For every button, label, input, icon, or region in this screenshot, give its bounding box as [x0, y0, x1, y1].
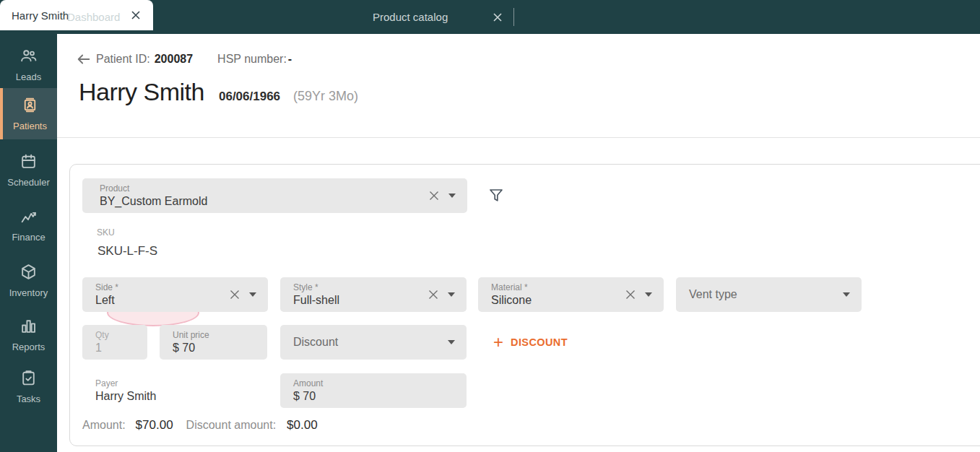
style-select[interactable]: Style * Full-shell	[280, 277, 467, 312]
calendar-icon	[19, 152, 38, 173]
tab-dashboard[interactable]: Dashboard	[57, 0, 209, 34]
sidebar-item-inventory[interactable]: Inventory	[0, 257, 57, 303]
vent-type-placeholder: Vent type	[689, 288, 843, 301]
patient-dob: 06/06/1966	[219, 90, 280, 104]
patient-header: Harry Smith 06/06/1966 (59Yr 3Mo)	[79, 78, 358, 106]
filter-funnel-icon[interactable]	[488, 187, 504, 204]
sidebar-item-label: Leads	[16, 71, 41, 82]
clear-icon[interactable]	[428, 289, 439, 300]
qty-label: Qty	[95, 330, 136, 341]
sidebar-item-finance[interactable]: Finance	[0, 201, 57, 248]
amount-value: $ 70	[293, 389, 455, 404]
sidebar-item-label: Tasks	[17, 394, 40, 404]
patient-age: (59Yr 3Mo)	[293, 89, 358, 104]
sidebar-item-scheduler[interactable]: Scheduler	[0, 147, 57, 193]
reports-bars-icon	[19, 317, 38, 338]
qty-value: 1	[95, 341, 136, 355]
clear-icon[interactable]	[428, 190, 440, 201]
patient-name: Harry Smith	[79, 78, 204, 106]
payer-label: Payer	[95, 378, 257, 389]
discount-select[interactable]: Discount	[280, 325, 467, 360]
header-divider	[57, 137, 980, 138]
side-select[interactable]: Side * Left	[82, 277, 268, 312]
sidebar-item-label: Inventory	[9, 287, 48, 298]
hsp-number-label: HSP number:	[217, 53, 287, 66]
qty-field: Qty 1	[82, 325, 147, 360]
chevron-down-icon[interactable]	[249, 292, 256, 297]
sku-label: SKU	[97, 227, 157, 238]
tab-product-catalog[interactable]: Product catalog	[363, 0, 513, 34]
hsp-number-value: -	[288, 53, 292, 66]
close-icon[interactable]	[492, 12, 503, 23]
sku-field: SKU SKU-L-F-S	[97, 227, 157, 258]
side-label: Side *	[95, 282, 229, 293]
product-value: BY_Custom Earmold	[100, 194, 428, 209]
sidebar-item-patients[interactable]: Patients	[0, 88, 57, 139]
clear-icon[interactable]	[229, 289, 240, 300]
payer-value: Harry Smith	[95, 389, 257, 404]
totals-row: Amount: $70.00 Discount amount: $0.00	[82, 418, 318, 433]
inventory-cube-icon	[19, 263, 38, 284]
style-value: Full-shell	[293, 293, 428, 308]
sidebar-item-reports[interactable]: Reports	[0, 311, 57, 357]
sidebar-item-label: Scheduler	[7, 177, 50, 188]
style-label: Style *	[293, 282, 428, 293]
unit-price-label: Unit price	[173, 330, 256, 341]
chevron-down-icon[interactable]	[448, 194, 456, 198]
chevron-down-icon[interactable]	[645, 292, 652, 297]
patient-meta: Patient ID: 200087 HSP number: -	[96, 53, 292, 66]
vent-type-select[interactable]: Vent type	[676, 277, 862, 312]
amount-label: Amount	[293, 378, 455, 389]
material-label: Material *	[491, 282, 625, 293]
side-value: Left	[95, 293, 229, 308]
tab-dashboard-label: Dashboard	[67, 11, 120, 23]
finance-chart-icon	[19, 207, 38, 228]
sku-value: SKU-L-F-S	[97, 244, 157, 258]
chevron-down-icon[interactable]	[448, 292, 455, 297]
leads-people-icon	[19, 47, 38, 68]
total-discount-value: $0.00	[287, 418, 318, 433]
sidebar-item-leads[interactable]: Leads	[0, 41, 57, 87]
product-select[interactable]: Product BY_Custom Earmold	[82, 178, 467, 213]
tab-separator	[513, 8, 514, 26]
tab-product-catalog-label: Product catalog	[373, 11, 448, 23]
patient-id-value: 200087	[155, 53, 193, 66]
add-discount-button[interactable]: + DISCOUNT	[493, 334, 568, 351]
back-arrow-icon[interactable]	[76, 51, 92, 67]
product-label: Product	[100, 183, 428, 194]
material-select[interactable]: Material * Silicone	[478, 277, 664, 312]
order-item-card: Product BY_Custom Earmold SKU SKU-L-F-S …	[69, 164, 980, 446]
sidebar-nav: Leads Patients Scheduler Finance Invento…	[0, 34, 57, 452]
payer-field: Payer Harry Smith	[82, 373, 269, 408]
total-amount-value: $70.00	[136, 418, 173, 433]
sidebar-item-label: Patients	[13, 121, 47, 131]
total-discount-label: Discount amount:	[186, 419, 277, 432]
patient-id-label: Patient ID:	[96, 53, 150, 66]
tab-bar: Dashboard Harry Smith Product catalog	[0, 0, 980, 34]
sidebar-item-label: Reports	[12, 342, 45, 352]
sidebar-item-label: Finance	[12, 232, 45, 243]
total-amount-label: Amount:	[82, 419, 126, 432]
unit-price-field[interactable]: Unit price $ 70	[160, 325, 267, 360]
plus-icon: +	[493, 334, 503, 351]
patients-badge-icon	[21, 96, 39, 117]
unit-price-value: $ 70	[173, 341, 256, 355]
tasks-clipboard-icon	[19, 369, 38, 390]
sidebar-item-tasks[interactable]: Tasks	[0, 363, 57, 409]
clear-icon[interactable]	[625, 289, 636, 300]
discount-placeholder: Discount	[293, 336, 448, 349]
amount-field[interactable]: Amount $ 70	[280, 373, 467, 408]
chevron-down-icon[interactable]	[448, 340, 455, 344]
material-value: Silicone	[491, 293, 625, 308]
add-discount-label: DISCOUNT	[511, 336, 568, 348]
app-window: Dashboard Harry Smith Product catalog Le…	[0, 0, 980, 452]
chevron-down-icon[interactable]	[843, 292, 850, 297]
